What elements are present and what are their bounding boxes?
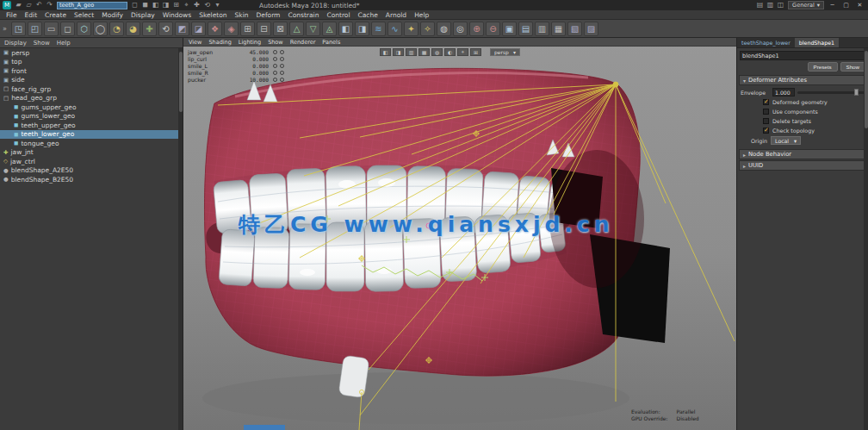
- attribute-editor-scrollbar[interactable]: [864, 48, 868, 430]
- shelf-tool-icon-10[interactable]: ◩: [175, 22, 189, 36]
- shelf-tool-icon-8[interactable]: ✚: [142, 22, 157, 36]
- shelf-tool-icon-11[interactable]: ◪: [191, 22, 206, 36]
- menu-display[interactable]: Display: [131, 11, 155, 19]
- outliner-item-top[interactable]: ▣top: [0, 58, 178, 67]
- snap-icon-1[interactable]: ◼: [140, 1, 150, 9]
- outliner-item-jaw-ctrl[interactable]: ◇jaw_ctrl: [0, 157, 178, 166]
- outliner-scrollbar[interactable]: [178, 48, 183, 430]
- outliner-item-side[interactable]: ▣side: [0, 76, 178, 85]
- outliner-item-teeth-lower-geo[interactable]: ◼teeth_lower_geo: [0, 130, 178, 140]
- sidebar-toggle-icon-2[interactable]: ◫: [776, 1, 785, 9]
- origin-dropdown[interactable]: Local▾: [771, 136, 801, 145]
- key-toggle-icon[interactable]: [273, 64, 277, 68]
- selection-mask-field[interactable]: [57, 2, 127, 9]
- shelf-tool-icon-23[interactable]: ∿: [388, 22, 402, 36]
- shelf-tool-icon-33[interactable]: ▦: [551, 22, 566, 36]
- key-toggle-icon[interactable]: [273, 57, 277, 61]
- shelf-tool-icon-31[interactable]: ▤: [518, 22, 533, 36]
- section-node-behavior[interactable]: ▸Node Behavior: [739, 149, 866, 159]
- shelf-tool-icon-14[interactable]: ⊞: [240, 22, 255, 36]
- key-toggle-icon[interactable]: [273, 78, 277, 82]
- menu-select[interactable]: Select: [74, 11, 94, 19]
- outliner-menu-show[interactable]: Show: [34, 40, 50, 47]
- camera-dropdown[interactable]: persp▾: [490, 48, 520, 56]
- mute-toggle-icon[interactable]: [280, 64, 284, 68]
- shelf-tool-icon-9[interactable]: ⟲: [158, 22, 173, 36]
- viewport-menu-view[interactable]: View: [189, 39, 202, 46]
- outliner-item-teeth-upper-geo[interactable]: ◼teeth_upper_geo: [0, 121, 178, 130]
- shelf-tool-icon-25[interactable]: ✧: [420, 22, 435, 36]
- titlebar-icon-3[interactable]: ↷: [45, 1, 54, 9]
- viewport-tool-icon-4[interactable]: ◍: [431, 48, 443, 56]
- shelf-tool-icon-12[interactable]: ❖: [208, 22, 222, 36]
- shelf-tool-icon-18[interactable]: ▽: [306, 22, 320, 36]
- presets-button[interactable]: Presets: [808, 62, 838, 72]
- outliner-menu-help[interactable]: Help: [57, 40, 71, 47]
- viewport-tool-icon-5[interactable]: ◐: [444, 48, 456, 56]
- shelf-tool-icon-4[interactable]: ⬡: [77, 22, 91, 36]
- slider-value-field[interactable]: 1.000: [772, 88, 795, 97]
- outliner-item-face-rig-grp[interactable]: □face_rig_grp: [0, 84, 178, 94]
- attribute-editor-scrollbar-thumb[interactable]: [865, 51, 868, 128]
- shelf-tool-icon-28[interactable]: ⊕: [469, 22, 484, 36]
- node-name-field[interactable]: [740, 51, 865, 60]
- snap-icon-7[interactable]: ⟲: [202, 1, 212, 9]
- ae-tab-blendshape1[interactable]: blendShape1: [795, 38, 839, 47]
- key-toggle-icon[interactable]: [273, 50, 277, 54]
- section-uuid[interactable]: ▸UUID: [739, 160, 866, 171]
- menu-cache[interactable]: Cache: [358, 11, 378, 19]
- inview-row-smile-l[interactable]: smile_L0.000: [188, 63, 284, 70]
- menu-windows[interactable]: Windows: [163, 11, 191, 19]
- viewport-scene[interactable]: [183, 55, 736, 430]
- menu-create[interactable]: Create: [45, 11, 66, 19]
- minimize-button[interactable]: ─: [827, 2, 838, 9]
- snap-icon-0[interactable]: ◻: [130, 1, 140, 9]
- menu-constrain[interactable]: Constrain: [288, 11, 319, 19]
- titlebar-icon-2[interactable]: ↶: [34, 1, 44, 9]
- shelf-tool-icon-17[interactable]: △: [289, 22, 304, 36]
- menu-file[interactable]: File: [6, 11, 17, 19]
- menu-skin[interactable]: Skin: [235, 11, 249, 19]
- shelf-tab-chevron-icon[interactable]: »: [3, 25, 9, 33]
- viewport-tool-icon-1[interactable]: ◨: [393, 48, 404, 56]
- inview-row-lip-curl[interactable]: lip_curl0.000: [188, 56, 284, 63]
- snap-icon-4[interactable]: ⊞: [171, 1, 181, 9]
- snap-icon-6[interactable]: ✚: [192, 1, 202, 9]
- shelf-tool-icon-20[interactable]: ◧: [338, 22, 353, 36]
- outliner-item-gums-lower-geo[interactable]: ◼gums_lower_geo: [0, 112, 178, 122]
- menu-deform[interactable]: Deform: [257, 11, 281, 19]
- viewport-menu-lighting[interactable]: Lighting: [239, 39, 261, 46]
- outliner-item-persp[interactable]: ▣persp: [0, 48, 178, 58]
- menu-help[interactable]: Help: [414, 11, 429, 19]
- viewport-menu-renderer[interactable]: Renderer: [290, 39, 316, 46]
- shelf-tool-icon-24[interactable]: ✦: [404, 22, 418, 36]
- mute-toggle-icon[interactable]: [280, 57, 284, 61]
- ae-tab-teethshape-lower[interactable]: teethShape_lower: [737, 38, 795, 47]
- shelf-tool-icon-0[interactable]: ◳: [11, 22, 26, 36]
- menu-arnold[interactable]: Arnold: [386, 11, 406, 19]
- titlebar-icon-0[interactable]: ▰: [14, 1, 23, 9]
- shelf-tool-icon-34[interactable]: ▧: [567, 22, 582, 36]
- shelf-tool-icon-30[interactable]: ▣: [502, 22, 517, 36]
- shelf-tool-icon-3[interactable]: ◻: [60, 22, 75, 36]
- shelf-tool-icon-35[interactable]: ▨: [584, 22, 598, 36]
- maximize-button[interactable]: ▢: [840, 2, 852, 9]
- shelf-tool-icon-7[interactable]: ◕: [126, 22, 140, 36]
- viewport-tool-icon-2[interactable]: ▥: [406, 48, 417, 56]
- outliner-item-head-geo-grp[interactable]: □head_geo_grp: [0, 94, 178, 103]
- viewport-tool-icon-3[interactable]: ▦: [418, 48, 430, 56]
- shelf-tool-icon-13[interactable]: ◈: [224, 22, 239, 36]
- envelope-slider[interactable]: [797, 91, 865, 94]
- viewport-panel[interactable]: ViewShadingLightingShowRendererPanels ◧◨…: [183, 38, 736, 430]
- mute-toggle-icon[interactable]: [280, 71, 284, 75]
- shelf-tool-icon-2[interactable]: ▭: [44, 22, 59, 36]
- outliner-item-gums-upper-geo[interactable]: ◼gums_upper_geo: [0, 103, 178, 112]
- sidebar-toggle-icon-0[interactable]: ▤: [755, 1, 765, 9]
- mute-toggle-icon[interactable]: [280, 78, 284, 82]
- menu-control[interactable]: Control: [326, 11, 350, 19]
- mute-toggle-icon[interactable]: [280, 50, 284, 54]
- snap-icon-8[interactable]: ▾: [213, 1, 222, 9]
- menu-modify[interactable]: Modify: [102, 11, 123, 19]
- shelf-tool-icon-22[interactable]: ≋: [371, 22, 386, 36]
- viewport-menu-shading[interactable]: Shading: [208, 39, 231, 46]
